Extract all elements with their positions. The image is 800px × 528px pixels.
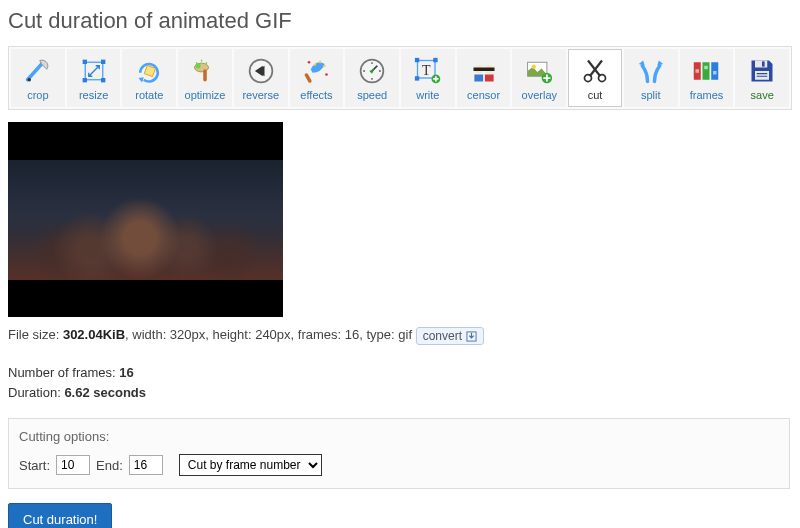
gif-preview (8, 122, 283, 317)
tool-censor[interactable]: censor (457, 49, 511, 107)
frames-meta-value: 16 (345, 327, 359, 342)
svg-point-9 (195, 63, 200, 68)
file-meta: File size: 302.04KiB, width: 320px, heig… (8, 327, 792, 345)
tool-save[interactable]: save (735, 49, 789, 107)
tool-label: speed (357, 89, 387, 101)
convert-button[interactable]: convert (416, 327, 484, 345)
split-icon (636, 56, 666, 86)
tool-label: write (416, 89, 439, 101)
cutting-options-panel: Cutting options: Start: End: Cut by fram… (8, 418, 790, 489)
duration-label: Duration: (8, 385, 64, 400)
svg-rect-16 (415, 57, 419, 61)
svg-rect-6 (145, 65, 156, 76)
svg-point-12 (308, 60, 311, 63)
width-value: 320px (170, 327, 205, 342)
frames-meta-label: , frames: (291, 327, 345, 342)
optimize-icon (190, 56, 220, 86)
frames-count-label: Number of frames: (8, 365, 119, 380)
height-label: , height: (205, 327, 255, 342)
tool-label: censor (467, 89, 500, 101)
filesize-label: File size: (8, 327, 63, 342)
svg-rect-25 (474, 74, 483, 81)
tool-speed[interactable]: speed (345, 49, 399, 107)
svg-rect-3 (101, 59, 105, 63)
tool-reverse[interactable]: reverse (234, 49, 288, 107)
svg-rect-4 (82, 78, 86, 82)
svg-rect-35 (696, 69, 700, 73)
tool-label: save (751, 89, 774, 101)
tool-resize[interactable]: resize (67, 49, 121, 107)
tool-label: frames (690, 89, 724, 101)
reverse-icon (246, 56, 276, 86)
width-label: , width: (125, 327, 170, 342)
tool-label: resize (79, 89, 108, 101)
svg-rect-11 (304, 72, 312, 83)
gif-preview-image (8, 160, 283, 280)
tool-optimize[interactable]: optimize (178, 49, 232, 107)
tool-label: overlay (522, 89, 557, 101)
censor-icon (469, 56, 499, 86)
start-label: Start: (19, 458, 50, 473)
svg-rect-37 (713, 71, 717, 75)
tool-label: crop (27, 89, 48, 101)
svg-rect-33 (703, 62, 710, 80)
type-label: , type: (359, 327, 398, 342)
tool-overlay[interactable]: overlay (512, 49, 566, 107)
tool-cut[interactable]: cut (568, 49, 622, 107)
svg-rect-38 (755, 60, 767, 67)
type-value: gif (398, 327, 412, 342)
svg-point-0 (27, 78, 31, 82)
rotate-icon (134, 56, 164, 86)
page-title: Cut duration of animated GIF (8, 8, 792, 34)
svg-rect-39 (762, 61, 765, 66)
tool-label: effects (300, 89, 332, 101)
tool-effects[interactable]: effects (290, 49, 344, 107)
cut-mode-select[interactable]: Cut by frame number (179, 454, 322, 476)
svg-rect-2 (82, 59, 86, 63)
save-icon (747, 56, 777, 86)
crop-icon (23, 56, 53, 86)
svg-rect-24 (484, 67, 495, 71)
duration-value: 6.62 seconds (64, 385, 146, 400)
end-input[interactable] (129, 455, 163, 475)
end-label: End: (96, 458, 123, 473)
svg-point-28 (532, 64, 536, 68)
svg-point-13 (326, 73, 329, 76)
download-icon (466, 331, 477, 342)
tool-label: reverse (242, 89, 279, 101)
resize-icon (79, 56, 109, 86)
svg-rect-18 (415, 76, 419, 80)
frames-icon (691, 56, 721, 86)
svg-rect-23 (473, 67, 484, 71)
cut-icon (580, 56, 610, 86)
cut-duration-button[interactable]: Cut duration! (8, 503, 112, 528)
tool-label: cut (588, 89, 603, 101)
stats: Number of frames: 16 Duration: 6.62 seco… (8, 363, 792, 402)
tool-crop[interactable]: crop (11, 49, 65, 107)
frames-count-value: 16 (119, 365, 133, 380)
speed-icon (357, 56, 387, 86)
start-input[interactable] (56, 455, 90, 475)
tool-label: rotate (135, 89, 163, 101)
svg-rect-17 (433, 57, 437, 61)
svg-rect-5 (101, 78, 105, 82)
svg-text:T: T (422, 62, 431, 77)
height-value: 240px (255, 327, 290, 342)
panel-title: Cutting options: (19, 429, 779, 444)
svg-rect-26 (484, 74, 493, 81)
svg-rect-8 (203, 69, 207, 81)
svg-rect-40 (755, 71, 769, 80)
tool-frames[interactable]: frames (680, 49, 734, 107)
tool-label: split (641, 89, 661, 101)
tool-write[interactable]: Twrite (401, 49, 455, 107)
overlay-icon (524, 56, 554, 86)
tool-split[interactable]: split (624, 49, 678, 107)
write-icon: T (413, 56, 443, 86)
tool-rotate[interactable]: rotate (122, 49, 176, 107)
tool-label: optimize (185, 89, 226, 101)
convert-label: convert (423, 329, 462, 343)
toolbar: cropresizerotateoptimizereverseeffectssp… (8, 46, 792, 110)
filesize-value: 302.04KiB (63, 327, 125, 342)
svg-rect-36 (705, 65, 709, 69)
effects-icon (301, 56, 331, 86)
